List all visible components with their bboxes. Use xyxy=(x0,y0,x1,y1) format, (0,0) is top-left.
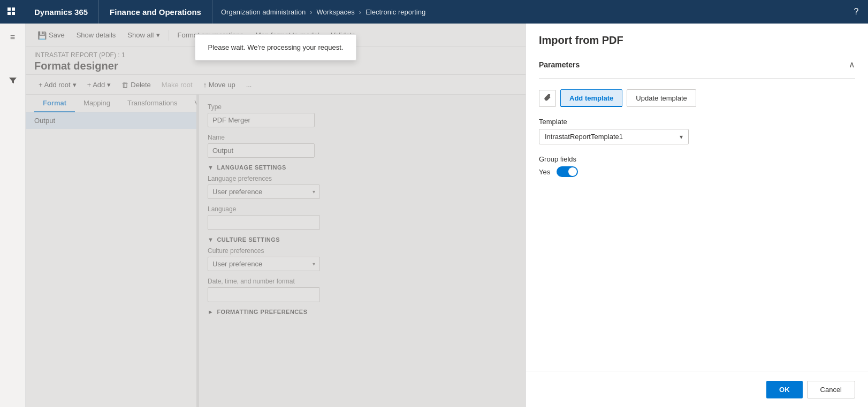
breadcrumb-org[interactable]: Organization administration xyxy=(221,8,306,16)
main-layout: ≡ 💾 Save Show details Show all ▾ Format … xyxy=(0,24,868,407)
breadcrumb-nav: Organization administration › Workspaces… xyxy=(212,8,434,16)
right-panel-title: Import from PDF xyxy=(539,34,623,47)
ok-button[interactable]: OK xyxy=(766,381,803,398)
template-field: Template IntrastatReportTemplate1 ▾ xyxy=(539,118,855,144)
svg-rect-2 xyxy=(7,12,11,15)
params-title: Parameters xyxy=(539,60,580,69)
right-panel: Import from PDF Parameters ∧ Add templat… xyxy=(526,24,868,407)
params-section: Parameters ∧ Add template Update templat… xyxy=(526,55,868,372)
filter-icon[interactable] xyxy=(3,71,22,90)
top-nav: Dynamics 365 Finance and Operations Orga… xyxy=(0,0,868,24)
attach-button[interactable] xyxy=(539,90,556,107)
toggle-group: Yes xyxy=(539,166,855,177)
add-template-button[interactable]: Add template xyxy=(560,89,622,107)
processing-toast: Please wait. We're processing your reque… xyxy=(195,34,357,60)
sidebar: ≡ xyxy=(0,24,26,407)
finance-label: Finance and Operations xyxy=(99,0,212,24)
svg-rect-3 xyxy=(12,12,15,15)
help-button[interactable]: ? xyxy=(844,0,868,24)
cancel-button[interactable]: Cancel xyxy=(807,381,855,398)
menu-icon[interactable]: ≡ xyxy=(3,28,22,47)
template-select[interactable]: IntrastatReportTemplate1 ▾ xyxy=(539,129,689,144)
params-header: Parameters ∧ xyxy=(539,55,855,79)
update-template-button[interactable]: Update template xyxy=(627,89,696,107)
apps-button[interactable] xyxy=(0,0,24,24)
breadcrumb-er[interactable]: Electronic reporting xyxy=(366,8,425,16)
group-fields-toggle[interactable] xyxy=(557,166,578,177)
toggle-yes-label: Yes xyxy=(539,168,550,176)
template-label: Template xyxy=(539,118,855,126)
collapse-button[interactable]: ∧ xyxy=(849,59,855,70)
right-panel-header: Import from PDF xyxy=(526,24,868,55)
chevron-icon-1: › xyxy=(310,8,312,16)
right-panel-footer: OK Cancel xyxy=(526,372,868,407)
chevron-icon-2: › xyxy=(359,8,361,16)
chevron-down-template: ▾ xyxy=(680,133,683,141)
processing-overlay: Please wait. We're processing your reque… xyxy=(26,24,526,407)
breadcrumb-workspaces[interactable]: Workspaces xyxy=(317,8,355,16)
group-fields-field: Group fields Yes xyxy=(539,155,855,177)
svg-rect-0 xyxy=(7,7,11,11)
group-fields-label: Group fields xyxy=(539,155,855,163)
template-tabs: Add template Update template xyxy=(539,89,855,107)
dynamics-label: Dynamics 365 xyxy=(24,0,99,24)
content-area: 💾 Save Show details Show all ▾ Format en… xyxy=(26,24,526,407)
svg-rect-1 xyxy=(12,7,15,11)
